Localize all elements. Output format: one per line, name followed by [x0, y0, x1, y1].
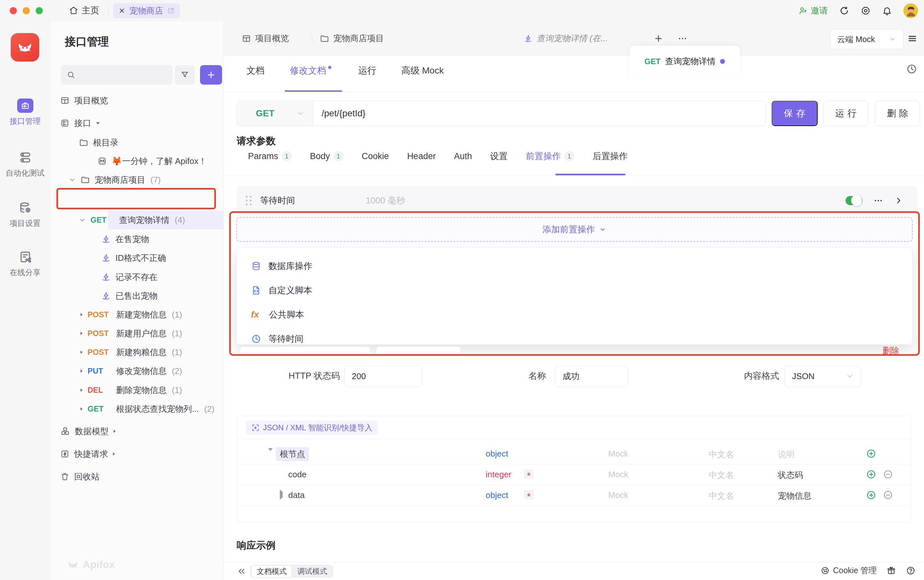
schema-row-root[interactable]: 根节点 object Mock 中文名 说明 — [237, 443, 911, 464]
sidebar-item-case-onsale[interactable]: 在售宠物 — [101, 230, 149, 249]
sidebar-item-post-create-food[interactable]: POST 新建狗粮信息 (1) — [80, 343, 182, 362]
home-button[interactable]: 主页 — [69, 5, 99, 16]
bell-icon[interactable] — [882, 5, 892, 16]
remove-field-icon[interactable] — [883, 490, 893, 500]
sidebar-item-quick-request[interactable]: 快捷请求 — [60, 445, 116, 463]
caret-right-icon[interactable] — [81, 351, 82, 354]
menu-item-custom-script[interactable]: 自定义脚本 — [237, 278, 912, 302]
doc-mode-button[interactable]: 文档模式 — [251, 565, 292, 578]
delete-button[interactable]: 删除 — [875, 101, 920, 126]
sync-icon[interactable] — [839, 5, 850, 16]
external-link-icon[interactable] — [167, 7, 175, 15]
debug-mode-button[interactable]: 调试模式 — [292, 565, 332, 577]
caret-right-icon[interactable] — [81, 369, 82, 372]
schema-row-data[interactable]: data object * Mock 中文名 宠物信息 — [237, 485, 911, 506]
caret-down-icon[interactable] — [268, 451, 273, 457]
sidebar-item-markdown-doc[interactable]: 🦊一分钟，了解 Apifox！ — [97, 152, 207, 170]
sidebar-item-del-delete-pet[interactable]: DEL 删除宠物信息 (1) — [80, 381, 182, 400]
subtab-advanced-mock[interactable]: 高级 Mock — [401, 64, 444, 77]
obscured-delete-link[interactable]: 删除 — [883, 345, 899, 356]
chevron-down-icon[interactable] — [69, 176, 76, 183]
drag-handle-icon[interactable] — [246, 196, 252, 206]
apifox-logo[interactable] — [11, 33, 39, 61]
sidebar-item-project-overview[interactable]: 项目概览 — [60, 91, 108, 110]
add-field-icon[interactable] — [866, 490, 876, 500]
menu-item-public-script[interactable]: fx 公共脚本 — [237, 302, 912, 326]
caret-right-icon[interactable] — [81, 313, 82, 316]
rail-item-online-share[interactable]: 在线分享 — [0, 250, 50, 278]
tab-get-pet-detail-active[interactable]: GET 查询宠物详情 — [630, 46, 740, 77]
invite-button[interactable]: 邀请 — [798, 5, 828, 16]
mock-env-select[interactable]: 云端 Mock — [830, 29, 903, 49]
tab-body[interactable]: Body1 — [310, 151, 344, 161]
cookie-manage-button[interactable]: Cookie 管理 — [820, 565, 877, 576]
add-button[interactable] — [200, 65, 222, 84]
expand-chevron-icon[interactable] — [894, 196, 903, 205]
description-value[interactable]: 宠物信息 — [778, 490, 812, 502]
caret-right-icon[interactable] — [280, 492, 283, 498]
run-button[interactable]: 运行 — [823, 101, 868, 126]
sidebar-item-case-bad-id[interactable]: ID格式不正确 — [101, 249, 166, 267]
cn-name-placeholder[interactable]: 中文名 — [709, 490, 734, 502]
rail-item-auto-test[interactable]: 自动化测试 — [0, 150, 50, 178]
tab-settings[interactable]: 设置 — [490, 150, 508, 162]
cn-name-placeholder[interactable]: 中文名 — [709, 449, 734, 460]
tab-params[interactable]: Params1 — [248, 151, 292, 161]
tab-petstore-project[interactable]: 宠物商店项目 — [320, 21, 384, 55]
subtab-edit-docs[interactable]: 修改文档 — [290, 64, 332, 77]
window-close-button[interactable] — [10, 7, 17, 14]
cn-name-placeholder[interactable]: 中文名 — [709, 470, 734, 481]
http-status-input[interactable]: 200 — [344, 366, 422, 387]
tab-auth[interactable]: Auth — [454, 151, 472, 161]
url-input[interactable]: /pet/{petId} — [313, 101, 766, 126]
field-type[interactable]: object — [486, 490, 508, 500]
mock-placeholder[interactable]: Mock — [608, 449, 628, 459]
help-icon[interactable] — [906, 566, 916, 575]
window-zoom-button[interactable] — [36, 7, 43, 14]
mock-placeholder[interactable]: Mock — [608, 470, 628, 479]
close-icon[interactable] — [118, 7, 125, 14]
sidebar-item-data-models[interactable]: 数据模型 — [60, 422, 116, 441]
sidebar-item-case-not-found[interactable]: 记录不存在 — [101, 268, 158, 287]
description-value[interactable]: 状态码 — [778, 470, 803, 481]
sidebar-item-recycle-bin[interactable]: 回收站 — [60, 467, 99, 486]
tab-pet-detail-draft[interactable]: 查询宠物详情 (在... — [524, 21, 608, 55]
add-pre-operation-button[interactable]: 添加前置操作 — [236, 217, 912, 242]
history-icon[interactable] — [906, 63, 917, 75]
sidebar-item-root-folder[interactable]: 根目录 — [79, 133, 118, 152]
field-type[interactable]: object — [486, 449, 508, 459]
sidebar-item-get-find-by-status[interactable]: GET 根据状态查找宠物列... (2) — [80, 400, 214, 418]
caret-right-icon[interactable] — [81, 332, 82, 335]
enable-toggle[interactable] — [846, 196, 862, 205]
chevron-down-icon[interactable] — [79, 216, 86, 224]
sidebar-item-get-pet-detail[interactable]: GET 查询宠物详情 (4) — [79, 211, 185, 229]
more-icon[interactable] — [873, 196, 883, 206]
tab-pre-operations[interactable]: 前置操作1 — [526, 150, 574, 162]
gear-icon[interactable] — [860, 5, 871, 16]
save-button[interactable]: 保存 — [772, 101, 818, 126]
caret-right-icon[interactable] — [114, 430, 116, 433]
method-select[interactable]: GET — [237, 101, 313, 126]
search-input[interactable] — [61, 65, 172, 84]
window-minimize-button[interactable] — [23, 7, 30, 14]
field-name[interactable]: code — [288, 470, 306, 479]
add-field-icon[interactable] — [866, 469, 876, 479]
json-import-button[interactable]: JSON / XML 智能识别/快捷导入 — [246, 420, 378, 435]
sidebar-item-case-sold[interactable]: 已售出宠物 — [101, 287, 158, 305]
schema-row-code[interactable]: code integer * Mock 中文名 状态码 — [237, 464, 911, 485]
menu-item-database-operation[interactable]: 数据库操作 — [237, 254, 912, 278]
name-input[interactable]: 成功 — [555, 366, 628, 387]
sidebar-item-post-create-user[interactable]: POST 新建用户信息 (1) — [80, 324, 182, 343]
project-tab-pill[interactable]: 宠物商店 — [113, 3, 180, 18]
subtab-run[interactable]: 运行 — [358, 64, 376, 77]
sidebar-item-put-update-pet[interactable]: PUT 修改宠物信息 (2) — [80, 362, 182, 381]
rail-item-api-management[interactable]: 接口管理 — [0, 99, 50, 126]
avatar[interactable] — [903, 3, 918, 18]
field-name[interactable]: data — [288, 490, 305, 500]
sidebar-item-post-create-pet[interactable]: POST 新建宠物信息 (1) — [80, 305, 182, 324]
whats-new-gift-icon[interactable] — [886, 566, 896, 575]
collapse-sidebar-icon[interactable] — [237, 567, 246, 576]
tab-project-overview[interactable]: 项目概览 — [241, 21, 289, 55]
caret-down-icon[interactable] — [96, 122, 99, 124]
sidebar-item-apis[interactable]: 接口 — [60, 114, 100, 132]
